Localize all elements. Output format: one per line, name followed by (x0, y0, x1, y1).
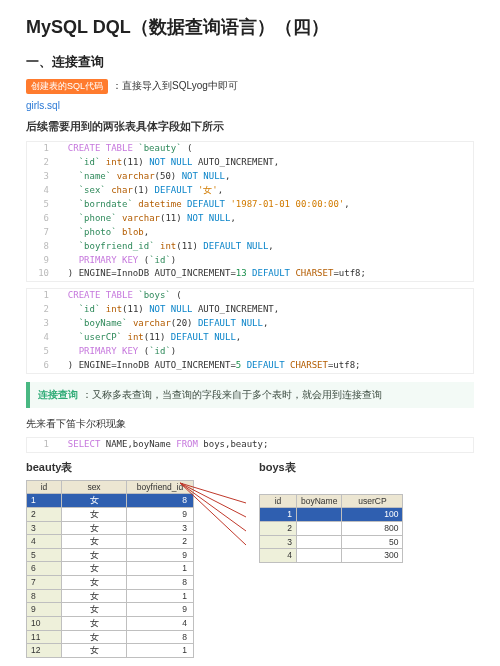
table-row: 5女9 (27, 548, 194, 562)
table-row: 1100 (260, 508, 403, 522)
table-row: 1女8 (27, 494, 194, 508)
callout-text: ：又称多表查询，当查询的字段来自于多个表时，就会用到连接查询 (82, 389, 382, 400)
table-row: 6女1 (27, 562, 194, 576)
section-heading: 一、连接查询 (26, 53, 474, 72)
table-row: 10女4 (27, 616, 194, 630)
beauty-column: beauty表 idsexboyfriend_id1女82女93女34女25女9… (26, 459, 241, 658)
table-row: 9女9 (27, 603, 194, 617)
document-page: MySQL DQL（数据查询语言）（四） 一、连接查询 创建表的SQL代码：直接… (0, 0, 500, 666)
code-create-boys: 1 CREATE TABLE `boys` (2 `id` int(11) NO… (26, 288, 474, 374)
intro-line: 创建表的SQL代码：直接导入到SQLyog中即可 (26, 78, 474, 95)
beauty-title: beauty表 (26, 459, 241, 476)
before-cartesian: 先来看下笛卡尔积现象 (26, 416, 474, 431)
table-row: 12女1 (27, 644, 194, 658)
pre-tables-note: 后续需要用到的两张表具体字段如下所示 (26, 119, 474, 135)
intro-text: ：直接导入到SQLyog中即可 (112, 80, 238, 91)
table-row: 2女9 (27, 507, 194, 521)
table-row: 4女2 (27, 535, 194, 549)
table-row: 11女8 (27, 630, 194, 644)
beauty-table: idsexboyfriend_id1女82女93女34女25女96女17女88女… (26, 480, 194, 658)
callout-label: 连接查询 (38, 389, 78, 400)
boys-title: boys表 (259, 459, 474, 476)
boys-table: idboyNameuserCP110028003504300 (259, 494, 403, 563)
table-row: 2800 (260, 521, 403, 535)
callout-join: 连接查询：又称多表查询，当查询的字段来自于多个表时，就会用到连接查询 (26, 382, 474, 408)
sql-file-link[interactable]: girls.sql (26, 98, 474, 113)
page-title: MySQL DQL（数据查询语言）（四） (26, 14, 474, 41)
table-row: 7女8 (27, 576, 194, 590)
table-row: 8女1 (27, 589, 194, 603)
table-row: 3女3 (27, 521, 194, 535)
tables-row: beauty表 idsexboyfriend_id1女82女93女34女25女9… (26, 459, 474, 658)
code-select-cartesian: 1 SELECT NAME,boyName FROM boys,beauty; (26, 437, 474, 453)
code-create-beauty: 1 CREATE TABLE `beauty` (2 `id` int(11) … (26, 141, 474, 282)
table-row: 4300 (260, 549, 403, 563)
sql-tag: 创建表的SQL代码 (26, 79, 108, 95)
boys-column: boys表 idboyNameuserCP110028003504300 (259, 459, 474, 563)
table-row: 350 (260, 535, 403, 549)
